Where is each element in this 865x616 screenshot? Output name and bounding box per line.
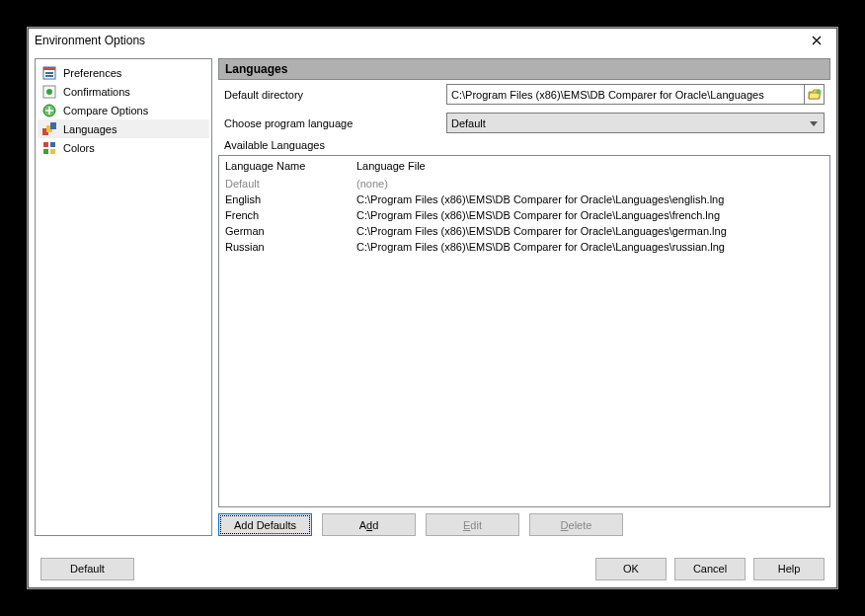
dialog-footer: Default OK Cancel Help [29, 550, 836, 587]
dialog-window: Environment Options Preferences Confirma… [28, 28, 837, 588]
section-header: Languages [218, 58, 830, 80]
edit-button[interactable]: Edit [426, 513, 519, 536]
program-language-label: Choose program language [224, 117, 436, 129]
svg-rect-11 [50, 142, 55, 147]
column-name-header: Language Name [225, 160, 356, 172]
table-row[interactable]: Russian C:\Program Files (x86)\EMS\DB Co… [219, 239, 829, 255]
cell-name: French [225, 209, 356, 221]
svg-point-5 [46, 89, 52, 95]
delete-button[interactable]: Delete [529, 513, 623, 536]
cell-name: English [225, 193, 356, 205]
folder-icon [808, 89, 822, 101]
table-row[interactable]: French C:\Program Files (x86)\EMS\DB Com… [219, 207, 829, 223]
content-area: Preferences Confirmations Compare Option… [29, 52, 836, 542]
svg-rect-1 [43, 67, 55, 70]
languages-icon [41, 121, 57, 137]
default-directory-input[interactable] [447, 85, 804, 104]
sidebar-item-label: Preferences [63, 67, 121, 79]
window-title: Environment Options [35, 34, 803, 47]
sidebar-item-confirmations[interactable]: Confirmations [38, 82, 209, 101]
sidebar-item-label: Languages [63, 123, 117, 135]
main-panel: Languages Default directory Choose progr… [218, 58, 830, 536]
sidebar-item-label: Colors [63, 142, 95, 154]
program-language-value: Default [451, 117, 486, 129]
sidebar-item-preferences[interactable]: Preferences [38, 63, 209, 82]
svg-point-14 [816, 89, 821, 94]
column-file-header: Language File [356, 160, 824, 172]
chevron-down-icon [810, 117, 818, 129]
cell-file: C:\Program Files (x86)\EMS\DB Comparer f… [356, 225, 824, 237]
svg-rect-12 [43, 149, 48, 154]
default-directory-label: Default directory [224, 89, 436, 101]
default-directory-field [446, 84, 825, 105]
cell-file: C:\Program Files (x86)\EMS\DB Comparer f… [356, 193, 824, 205]
svg-rect-13 [50, 149, 55, 154]
cell-name: Russian [225, 241, 356, 253]
cancel-button[interactable]: Cancel [674, 558, 746, 580]
default-directory-row: Default directory [218, 80, 830, 109]
svg-rect-2 [45, 72, 53, 74]
available-languages-label: Available Languages [218, 137, 830, 155]
add-defaults-button[interactable]: Add Defaults [218, 513, 312, 536]
program-language-select[interactable]: Default [446, 113, 825, 133]
svg-rect-9 [50, 122, 56, 129]
preferences-icon [41, 65, 57, 81]
action-buttons: Add Defaults Add Edit Delete [218, 513, 830, 536]
sidebar-item-label: Confirmations [63, 86, 130, 98]
confirmations-icon [41, 84, 57, 100]
svg-rect-10 [43, 142, 48, 147]
table-row[interactable]: English C:\Program Files (x86)\EMS\DB Co… [219, 192, 829, 207]
close-icon [812, 36, 822, 45]
ok-button[interactable]: OK [595, 558, 667, 580]
sidebar-item-compare-options[interactable]: Compare Options [38, 101, 209, 119]
default-button[interactable]: Default [40, 558, 134, 580]
sidebar-item-languages[interactable]: Languages [38, 119, 209, 138]
sidebar-item-label: Compare Options [63, 105, 148, 116]
cell-name: Default [225, 178, 356, 190]
cell-file: C:\Program Files (x86)\EMS\DB Comparer f… [356, 209, 824, 221]
browse-button[interactable] [804, 85, 824, 104]
compare-icon [41, 103, 57, 118]
sidebar-item-colors[interactable]: Colors [38, 138, 209, 157]
sidebar: Preferences Confirmations Compare Option… [35, 58, 212, 536]
close-button[interactable] [803, 31, 830, 50]
cell-file: C:\Program Files (x86)\EMS\DB Comparer f… [356, 241, 824, 253]
table-header: Language Name Language File [219, 156, 829, 176]
svg-rect-3 [45, 75, 53, 77]
cell-name: German [225, 225, 356, 237]
cell-file: (none) [356, 178, 824, 190]
program-language-row: Choose program language Default [218, 109, 830, 137]
table-row[interactable]: German C:\Program Files (x86)\EMS\DB Com… [219, 223, 829, 239]
add-button[interactable]: Add [322, 513, 416, 536]
languages-table[interactable]: Language Name Language File Default (non… [218, 155, 830, 507]
help-button[interactable]: Help [753, 558, 825, 580]
colors-icon [41, 140, 57, 156]
table-row[interactable]: Default (none) [219, 176, 829, 192]
titlebar: Environment Options [29, 29, 836, 52]
